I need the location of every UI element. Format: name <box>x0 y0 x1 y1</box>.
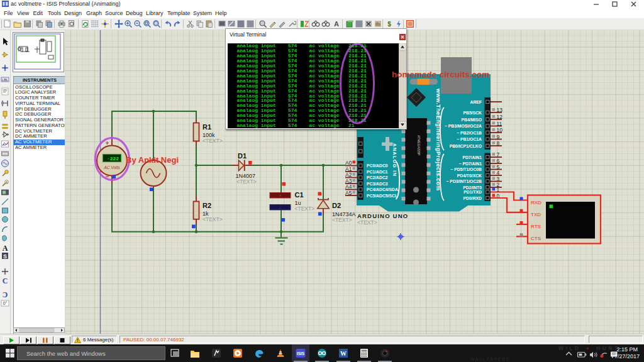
svg-text:By Ankit Negi: By Ankit Negi <box>126 155 179 165</box>
svg-text:!: ! <box>77 338 78 343</box>
svg-text:homemade-circuits.com: homemade-circuits.com <box>392 70 489 79</box>
svg-text:ISIS: ISIS <box>297 351 305 356</box>
svg-text:W: W <box>340 350 347 357</box>
